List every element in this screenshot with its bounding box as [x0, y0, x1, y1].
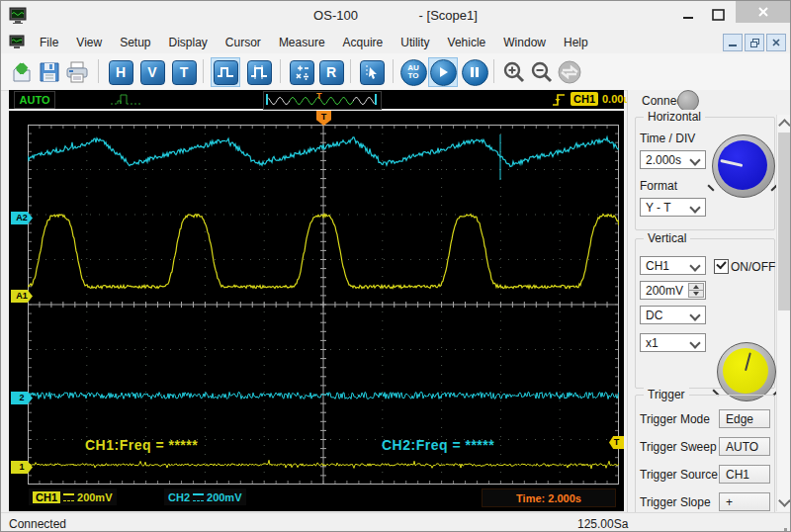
probe-select[interactable]: x1: [640, 333, 706, 352]
vertical-group-title: Vertical: [644, 231, 690, 245]
mdi-restore-icon: [750, 39, 759, 47]
spin-down-button[interactable]: [688, 290, 704, 298]
vertical-setup-button[interactable]: V: [137, 57, 167, 87]
menu-file[interactable]: File: [32, 33, 66, 52]
spin-down-icon: [693, 292, 699, 296]
control-panel: Connect Horizontal Time / DIV 2.000s For…: [627, 90, 791, 512]
toolbar-separator: [493, 59, 494, 83]
menu-setup[interactable]: Setup: [112, 33, 158, 52]
scrollbar-thumb[interactable]: [778, 133, 790, 310]
open-button[interactable]: [7, 57, 37, 87]
coupling-select[interactable]: DC: [640, 306, 706, 324]
chevron-down-icon: [689, 154, 700, 165]
minimize-icon: [682, 9, 694, 21]
horizontal-setup-button[interactable]: H: [106, 57, 135, 87]
open-icon: [10, 60, 34, 84]
close-button[interactable]: [736, 1, 791, 23]
trigger-position-marker[interactable]: T: [316, 111, 331, 126]
trigger-slope-button[interactable]: +: [719, 492, 770, 511]
chevron-down-icon: [689, 202, 700, 213]
mdi-minimize-icon: [729, 39, 737, 46]
transfer-button[interactable]: [555, 57, 584, 87]
window-title: OS-100: [313, 8, 358, 23]
document-icon: [9, 35, 25, 49]
menu-display[interactable]: Display: [161, 33, 216, 52]
toolbar-separator: [98, 59, 99, 83]
ch2-scale-box[interactable]: CH2 200mV: [164, 488, 246, 505]
onoff-label: ON/OFF: [731, 260, 775, 274]
transfer-icon: [557, 60, 582, 84]
zoom-out-button[interactable]: [527, 57, 557, 87]
dual-pulse-button[interactable]: [244, 57, 274, 87]
chevron-down-icon: [689, 337, 700, 348]
horizontal-group-title: Horizontal: [644, 110, 705, 124]
trigger-mode-button[interactable]: Edge: [719, 409, 770, 428]
menu-vehicle[interactable]: Vehicle: [440, 33, 494, 52]
waveform-preview[interactable]: T: [263, 91, 382, 110]
close-icon: [757, 6, 769, 18]
mdi-close-button[interactable]: [766, 34, 786, 51]
save-button[interactable]: [35, 57, 64, 87]
sample-rate: 125.00Sa: [577, 517, 628, 531]
volts-div-value: 200mV: [646, 284, 683, 298]
autoset-button[interactable]: AU TO: [398, 57, 428, 87]
trigger-group: Trigger Trigger Mode Edge Trigger Sweep …: [635, 395, 775, 520]
scope-status-bar: AUTO T CH1 0.00uV: [9, 90, 624, 109]
preview-trigger-marker[interactable]: T: [316, 91, 322, 101]
channel-select[interactable]: CH1: [640, 256, 706, 275]
math-icon: [294, 64, 309, 80]
app-window: OS-100 - [Scope1] File View Setup Displa…: [0, 0, 791, 532]
chevron-down-icon: [689, 310, 700, 320]
reference-button[interactable]: R: [316, 57, 346, 87]
vertical-knob[interactable]: [717, 342, 776, 401]
horizontal-knob[interactable]: [712, 134, 775, 198]
trigger-source-button[interactable]: CH1: [719, 465, 770, 484]
pause-button[interactable]: [460, 57, 489, 87]
pause-icon: [470, 66, 480, 78]
trigger-slope-value: +: [726, 495, 733, 509]
channel-value: CH1: [646, 259, 669, 273]
channel-onoff-checkbox[interactable]: [714, 259, 729, 274]
minimize-button[interactable]: [675, 5, 701, 25]
panel-scrollbar[interactable]: [776, 115, 791, 511]
menu-cursor[interactable]: Cursor: [218, 33, 269, 52]
menu-window[interactable]: Window: [495, 33, 554, 52]
pulse-icon: [217, 65, 234, 79]
cursor-button[interactable]: [357, 57, 387, 87]
menu-acquire[interactable]: Acquire: [335, 33, 392, 52]
math-button[interactable]: [287, 57, 316, 87]
menu-view[interactable]: View: [68, 33, 110, 52]
run-button[interactable]: [428, 57, 458, 87]
scroll-up-icon[interactable]: [778, 119, 791, 132]
trigger-setup-button[interactable]: T: [169, 57, 199, 87]
probe-value: x1: [646, 336, 659, 350]
menu-measure[interactable]: Measure: [271, 33, 333, 52]
print-button[interactable]: [62, 57, 92, 87]
title-bar: OS-100 - [Scope1]: [1, 1, 790, 31]
toolbar-separator: [393, 59, 394, 83]
maximize-button[interactable]: [705, 5, 731, 25]
vertical-group: Vertical CH1 ON/OFF 200mV DC x1: [635, 238, 775, 389]
menu-utility[interactable]: Utility: [393, 33, 437, 52]
mdi-minimize-button[interactable]: [723, 34, 743, 51]
menu-help[interactable]: Help: [556, 33, 596, 52]
time-div-select[interactable]: 2.000s: [640, 150, 706, 169]
volts-div-spinner[interactable]: 200mV: [640, 281, 706, 300]
connect-indicator[interactable]: [677, 90, 699, 112]
status-bar: Connected 125.00Sa: [1, 512, 790, 532]
format-select[interactable]: Y - T: [640, 198, 706, 217]
scroll-down-icon[interactable]: [778, 494, 791, 507]
mdi-restore-button[interactable]: [745, 34, 764, 51]
format-value: Y - T: [646, 201, 671, 215]
ch1-scale-box[interactable]: CH1 200mV: [29, 488, 117, 505]
cursor-arrow-icon: [364, 64, 380, 80]
resize-grip[interactable]: [784, 528, 787, 531]
reference-letter: R: [319, 60, 344, 85]
horizontal-letter: H: [109, 60, 133, 85]
single-pulse-button[interactable]: [211, 57, 240, 87]
connection-status: Connected: [9, 517, 66, 531]
trigger-sweep-button[interactable]: AUTO: [719, 437, 770, 456]
zoom-in-button[interactable]: [499, 57, 529, 87]
toolbar-separator: [350, 59, 351, 83]
ch2-name-badge: CH2: [168, 491, 190, 503]
